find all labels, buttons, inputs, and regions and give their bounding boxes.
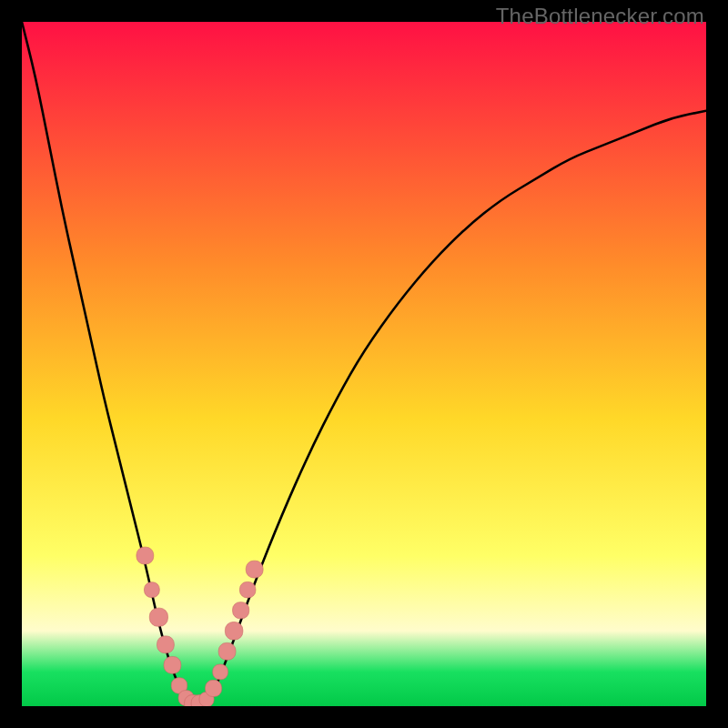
- data-marker: [233, 602, 249, 619]
- data-marker: [205, 680, 221, 696]
- bottleneck-curve: [22, 22, 706, 703]
- data-markers: [136, 547, 263, 706]
- plot-area: [22, 22, 706, 706]
- data-marker: [225, 622, 243, 641]
- data-marker: [218, 642, 236, 660]
- data-marker: [149, 608, 167, 626]
- chart-frame: TheBottlenecker.com: [0, 0, 728, 728]
- data-marker: [136, 547, 154, 564]
- curve-layer: [22, 22, 706, 706]
- data-marker: [213, 664, 228, 680]
- data-marker: [144, 582, 159, 598]
- data-marker: [164, 656, 181, 673]
- watermark-text: TheBottlenecker.com: [496, 4, 704, 29]
- data-marker: [246, 561, 263, 578]
- data-marker: [157, 636, 175, 653]
- data-marker: [239, 581, 255, 597]
